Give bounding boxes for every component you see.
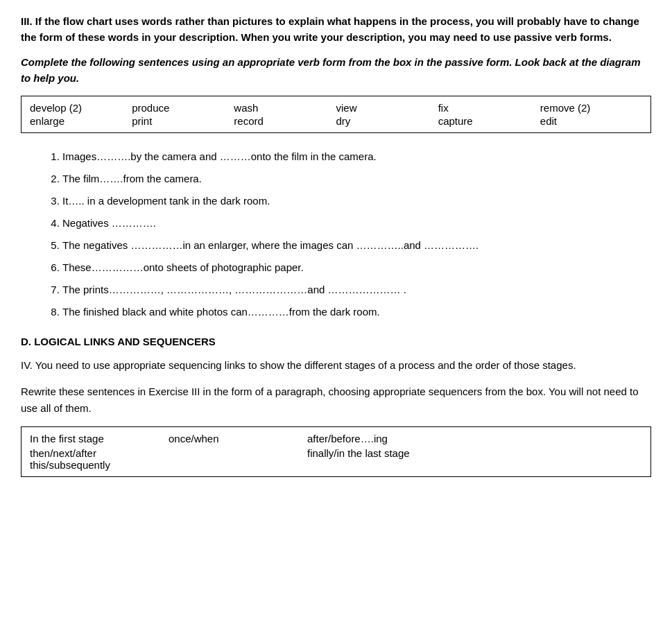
word-box-item: remove (2) [540,102,642,114]
word-box-item: fix [438,102,540,114]
word-box-item: enlarge [30,115,132,127]
list-item: These……………onto sheets of photographic pa… [62,259,651,276]
section-III-intro: III. If the flow chart uses words rather… [21,14,651,45]
list-item: Images……….by the camera and ………onto the … [62,148,651,165]
word-box-item: view [336,102,438,114]
word-box-item: print [132,115,234,127]
word-box-item: develop (2) [30,102,132,114]
word-box: develop (2) produce wash view fix remove… [21,96,651,133]
sequencer-item: once/when [169,433,307,444]
list-item: The film…….from the camera. [62,171,651,187]
list-item: It….. in a development tank in the dark … [62,193,651,209]
sequencer-box: In the first stage once/when after/befor… [21,426,651,477]
rewrite-instruction: Rewrite these sentences in Exercise III … [21,383,651,417]
sequencer-item: In the first stage [30,433,169,444]
section-IV-intro: IV. You need to use appropriate sequenci… [21,357,651,374]
list-item: The negatives ……………in an enlarger, where… [62,237,651,254]
word-box-item: wash [234,102,336,114]
sequencer-item [169,447,307,471]
word-box-item: capture [438,115,540,127]
list-item: Negatives …………. [62,215,651,232]
section-d-title: D. LOGICAL LINKS AND SEQUENCERS [21,336,651,347]
sequencer-item: after/before….ing [307,433,642,444]
sequencer-item: finally/in the last stage [307,447,642,471]
sequencer-item: then/next/after this/subsequently [30,447,169,471]
word-box-item: record [234,115,336,127]
word-box-item: dry [336,115,438,127]
list-item: The finished black and white photos can…… [62,304,651,320]
section-III-instruction: Complete the following sentences using a… [21,55,651,86]
word-box-item: produce [132,102,234,114]
sentences-list: Images……….by the camera and ………onto the … [35,148,651,320]
word-box-item: edit [540,115,642,127]
list-item: The prints……………, ………………, …………………and …………… [62,282,651,298]
